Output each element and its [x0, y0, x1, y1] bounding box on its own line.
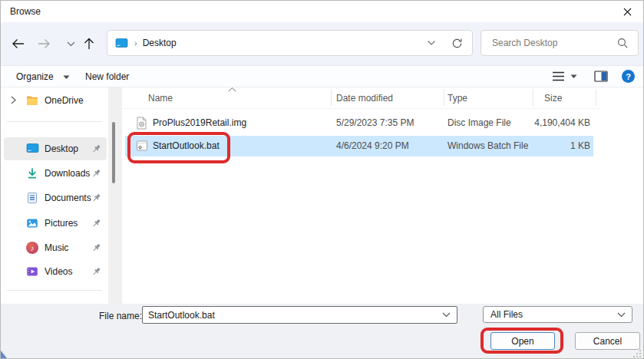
- download-icon: [26, 167, 38, 180]
- batch-file-icon: [136, 140, 148, 152]
- window-title: Browse: [10, 6, 41, 17]
- sidebar-item-desktop[interactable]: Desktop: [4, 137, 107, 160]
- scrollbar-thumb[interactable]: [112, 122, 115, 183]
- back-icon: [12, 38, 25, 49]
- header-underline: [124, 108, 599, 109]
- sidebar-item-label: Desktop: [45, 143, 78, 154]
- sidebar-item-documents[interactable]: Documents: [4, 187, 107, 209]
- close-icon: [623, 8, 632, 16]
- close-button[interactable]: [616, 2, 639, 21]
- organize-button[interactable]: Organize: [16, 71, 54, 82]
- sidebar-item-downloads[interactable]: Downloads: [4, 163, 107, 184]
- sidebar-item-label: Documents: [45, 193, 91, 203]
- disc-image-file-icon: [136, 117, 147, 130]
- column-header-size[interactable]: Size: [544, 93, 562, 104]
- sidebar-scrollbar[interactable]: [108, 87, 122, 304]
- back-button[interactable]: [9, 35, 26, 52]
- document-icon: [26, 192, 38, 204]
- column-separator[interactable]: [533, 89, 533, 106]
- combo-chevron-icon[interactable]: [442, 312, 451, 318]
- videos-icon: [26, 265, 38, 278]
- breadcrumb-separator: ›: [134, 38, 137, 48]
- sidebar-divider: [7, 121, 102, 122]
- pin-icon: [91, 144, 101, 154]
- resize-grip-icon[interactable]: [632, 349, 642, 358]
- sidebar-item-pictures[interactable]: Pictures: [4, 212, 107, 234]
- desktop-location-icon: [115, 38, 128, 49]
- breadcrumb-desktop[interactable]: Desktop: [143, 38, 177, 48]
- column-separator[interactable]: [331, 89, 332, 106]
- footer-bar: File name: StartOutlook.bat All Files Op…: [1, 304, 643, 359]
- refresh-icon[interactable]: [451, 38, 463, 49]
- sidebar-item-onedrive[interactable]: OneDrive: [4, 90, 107, 111]
- address-chevron-icon[interactable]: [427, 40, 436, 46]
- combo-chevron-icon[interactable]: [617, 312, 626, 318]
- view-chevron-icon[interactable]: [570, 74, 577, 79]
- up-icon: [84, 38, 94, 50]
- file-size: 1 KB: [494, 140, 590, 151]
- command-bar: Organize New folder ?: [1, 65, 643, 87]
- file-row-proplus2019retail[interactable]: ProPlus2019Retail.img 5/29/2023 7:35 PM …: [125, 113, 593, 133]
- file-name: ProPlus2019Retail.img: [153, 117, 246, 128]
- up-button[interactable]: [81, 35, 97, 52]
- folder-icon: [26, 94, 38, 107]
- browse-dialog: Browse: [0, 0, 644, 359]
- pin-icon: [91, 193, 101, 203]
- file-date-modified: 4/6/2024 9:20 PM: [336, 140, 409, 151]
- file-row-startoutlook[interactable]: StartOutlook.bat 4/6/2024 9:20 PM Window…: [125, 136, 593, 156]
- search-placeholder: Search Desktop: [492, 38, 617, 48]
- file-name-value: StartOutlook.bat: [148, 310, 442, 321]
- pin-icon: [91, 169, 101, 179]
- file-type-select[interactable]: All Files: [483, 306, 632, 323]
- expand-chevron-icon[interactable]: [11, 96, 16, 104]
- pictures-icon: [26, 217, 38, 229]
- file-name-label: File name:: [99, 311, 142, 321]
- search-icon[interactable]: [617, 38, 628, 48]
- sort-ascending-icon: [228, 87, 236, 92]
- sidebar-item-label: OneDrive: [45, 95, 84, 106]
- music-note-glyph: ♪: [31, 244, 35, 252]
- cancel-button-label: Cancel: [593, 336, 622, 347]
- sidebar-item-music[interactable]: ♪ Music: [4, 237, 107, 259]
- open-button-label: Open: [511, 336, 533, 347]
- file-size: 4,190,404 KB: [494, 117, 590, 128]
- column-separator[interactable]: [444, 89, 444, 106]
- recent-locations-button[interactable]: [62, 35, 79, 52]
- file-date-modified: 5/29/2023 7:35 PM: [336, 117, 414, 128]
- recent-locations-icon: [67, 41, 75, 47]
- desktop-icon: [26, 143, 38, 155]
- pin-icon: [91, 219, 101, 229]
- pin-icon: [91, 267, 101, 277]
- search-box[interactable]: Search Desktop: [481, 30, 639, 56]
- sidebar-item-label: Music: [45, 242, 68, 253]
- sidebar-item-label: Pictures: [45, 218, 78, 229]
- forward-button[interactable]: [35, 35, 52, 52]
- sidebar-divider: [7, 290, 102, 291]
- help-icon[interactable]: ?: [622, 70, 635, 83]
- view-icon: [552, 71, 565, 82]
- new-folder-button[interactable]: New folder: [85, 71, 129, 82]
- preview-pane-button[interactable]: [594, 71, 608, 82]
- organize-chevron-icon: [63, 75, 70, 80]
- forward-icon: [38, 38, 51, 49]
- preview-pane-icon: [594, 71, 608, 82]
- pin-icon: [91, 243, 101, 253]
- column-separator[interactable]: [596, 89, 596, 106]
- column-header-date-modified[interactable]: Date modified: [336, 93, 393, 104]
- file-type-value: All Files: [490, 309, 617, 320]
- open-button[interactable]: Open: [490, 332, 555, 350]
- view-button[interactable]: [552, 71, 565, 82]
- column-header-name[interactable]: Name: [148, 93, 173, 104]
- file-name-input[interactable]: StartOutlook.bat: [142, 306, 457, 324]
- file-name: StartOutlook.bat: [153, 140, 220, 151]
- sidebar-item-label: Downloads: [45, 168, 90, 179]
- sidebar-item-videos[interactable]: Videos: [4, 261, 107, 282]
- cancel-button[interactable]: Cancel: [575, 332, 640, 350]
- music-icon: ♪: [26, 242, 38, 254]
- address-bar[interactable]: › Desktop: [107, 30, 473, 56]
- column-header-type[interactable]: Type: [447, 93, 467, 104]
- navigation-toolbar: › Desktop Search Desktop: [1, 22, 643, 65]
- background-artifact: [1, 347, 8, 358]
- sidebar-item-label: Videos: [45, 266, 72, 277]
- title-bar: Browse: [1, 1, 643, 22]
